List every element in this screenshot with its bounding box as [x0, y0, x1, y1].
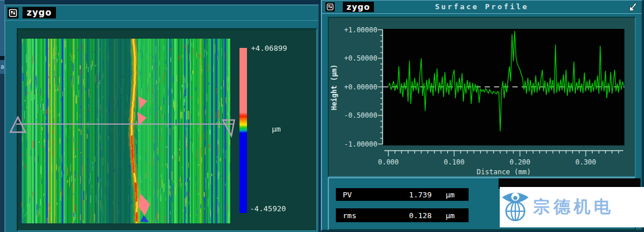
background-edge-top [0, 0, 5, 57]
rms-label: rms [336, 211, 380, 220]
vendor-watermark: 宗德机电 [500, 187, 644, 227]
y-tick-label: -1.00000 [344, 140, 377, 148]
zygo-logo: zygo [23, 7, 56, 18]
x-tick-label: 0.100 [444, 158, 465, 166]
watermark-text: 宗德机电 [533, 196, 614, 219]
pv-label: PV [336, 190, 380, 199]
x-axis-ruler [383, 150, 626, 158]
resize-tool-icon[interactable] [628, 2, 638, 12]
x-tick-label: 0.000 [378, 158, 399, 166]
profile-chart-inset: Height (µm) Distance (mm) +1.00000+0.500… [328, 17, 636, 177]
y-tick-label: +0.00000 [344, 83, 377, 91]
y-axis-ruler [377, 29, 383, 146]
surface-map-inset: +4.06899 µm -4.45920 [17, 28, 317, 231]
pv-result-box: PV 1.739 µm [336, 188, 469, 201]
y-axis-label: Height (µm) [330, 47, 338, 128]
zygo-logo: zygo [343, 2, 374, 12]
y-tick-label: +0.50000 [344, 54, 377, 62]
colorbar-unit-label: µm [272, 125, 281, 133]
y-tick-label: +1.00000 [344, 26, 377, 34]
pv-value: 1.739 [380, 190, 432, 199]
x-axis-label: Distance (mm) [477, 168, 531, 176]
window-menu-icon[interactable] [8, 8, 18, 18]
rms-value: 0.128 [380, 211, 432, 220]
rms-result-box: rms 0.128 µm [336, 208, 469, 222]
surface-profile-titlebar[interactable]: Surface Profile zygo [322, 1, 642, 14]
surface-map-window: zygo +4.06899 µm -4.45920 [5, 5, 319, 232]
colorbar-max-label: +4.06899 [251, 44, 287, 53]
pv-unit: µm [432, 190, 469, 199]
window-menu-icon[interactable] [325, 2, 335, 12]
x-tick-label: 0.300 [575, 158, 596, 166]
y-tick-label: -0.50000 [344, 111, 377, 119]
height-colorbar[interactable] [239, 48, 247, 213]
slice-handle-right[interactable] [223, 120, 234, 136]
surface-map-titlebar[interactable]: zygo [5, 5, 319, 21]
x-tick-label: 0.200 [510, 158, 530, 166]
profile-plot[interactable] [383, 29, 624, 145]
colorbar-min-label: -4.45920 [250, 204, 286, 213]
rms-unit: µm [432, 211, 469, 220]
eye-globe-logo-icon [500, 189, 533, 225]
background-edge-notch [0, 56, 5, 60]
background-window-edge: a [0, 0, 5, 232]
